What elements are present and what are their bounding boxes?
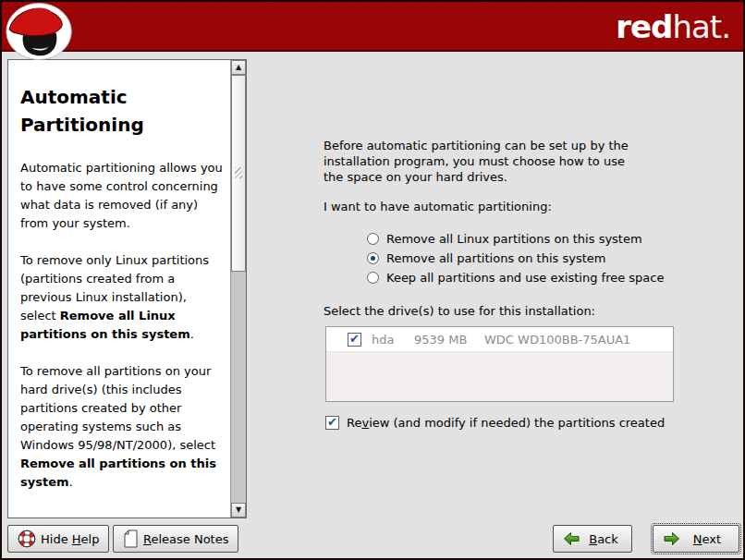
radio-icon[interactable] xyxy=(367,233,379,245)
life-preserver-icon xyxy=(18,530,36,548)
partitioning-prompt: I want to have automatic partitioning: xyxy=(324,200,552,213)
arrow-left-icon xyxy=(563,531,580,546)
release-notes-button[interactable]: Release Notes xyxy=(113,525,238,553)
help-content: Automatic Partitioning Automatic partiti… xyxy=(8,60,230,517)
button-label: Back xyxy=(585,532,622,546)
drive-checkbox[interactable] xyxy=(348,333,361,347)
radio-option-remove-all[interactable]: Remove all partitions on this system xyxy=(367,249,664,268)
document-icon xyxy=(123,530,139,548)
radio-label: Remove all partitions on this system xyxy=(386,251,605,265)
wordmark-period: . xyxy=(721,8,730,45)
help-panel: Automatic Partitioning Automatic partiti… xyxy=(7,59,247,518)
redhat-shadowman-logo-icon xyxy=(5,3,75,64)
drive-row-hda[interactable]: hda 9539 MB WDC WD100BB-75AUA1 xyxy=(326,327,673,352)
arrow-down-icon: ▼ xyxy=(236,506,241,514)
scrollbar-thumb[interactable] xyxy=(231,75,246,272)
drive-name: hda xyxy=(372,333,414,347)
radio-option-remove-linux[interactable]: Remove all Linux partitions on this syst… xyxy=(367,229,664,249)
review-label: Review (and modify if needed) the partit… xyxy=(347,416,665,430)
wordmark-hat: hat xyxy=(672,8,721,45)
arrow-up-icon: ▲ xyxy=(236,64,241,71)
wordmark-red: red xyxy=(616,8,672,45)
hide-help-button[interactable]: Hide Help xyxy=(7,525,109,553)
intro-text: Before automatic partitioning can be set… xyxy=(324,138,634,185)
drive-size: 9539 MB xyxy=(414,333,484,347)
installer-window: redhat. Automatic Partitioning Automatic… xyxy=(0,0,745,560)
header-banner: redhat. xyxy=(2,2,743,52)
radio-label: Remove all Linux partitions on this syst… xyxy=(386,232,642,246)
scroll-up-button[interactable]: ▲ xyxy=(231,60,246,75)
back-button[interactable]: Back xyxy=(553,525,632,553)
help-paragraph-3: To remove all partitions on your hard dr… xyxy=(20,362,223,492)
scrollbar-trough[interactable] xyxy=(231,75,246,503)
button-label: Next xyxy=(685,532,729,546)
radio-option-keep-all[interactable]: Keep all partitions and use existing fre… xyxy=(367,268,664,287)
radio-icon[interactable] xyxy=(367,252,379,264)
review-checkbox[interactable] xyxy=(325,416,339,430)
arrow-right-icon xyxy=(663,531,680,546)
radio-label: Keep all partitions and use existing fre… xyxy=(386,271,664,285)
button-label: Hide Help xyxy=(41,532,99,546)
redhat-wordmark: redhat. xyxy=(616,9,730,44)
help-title: Automatic Partitioning xyxy=(20,83,223,139)
radio-group: Remove all Linux partitions on this syst… xyxy=(367,229,664,287)
scroll-down-button[interactable]: ▼ xyxy=(231,503,246,517)
help-paragraph-2: To remove only Linux partitions (partiti… xyxy=(20,251,223,344)
review-option[interactable]: Review (and modify if needed) the partit… xyxy=(325,416,665,430)
next-button[interactable]: Next xyxy=(653,525,739,553)
drive-select-label: Select the drive(s) to use for this inst… xyxy=(324,304,595,318)
radio-icon[interactable] xyxy=(367,272,379,284)
help-scrollbar[interactable]: ▲ ▼ xyxy=(230,60,246,517)
button-label: Release Notes xyxy=(143,532,228,546)
drive-model: WDC WD100BB-75AUA1 xyxy=(484,333,630,347)
help-paragraph-1: Automatic partitioning allows you to hav… xyxy=(20,159,223,233)
drive-list[interactable]: hda 9539 MB WDC WD100BB-75AUA1 xyxy=(325,326,674,402)
